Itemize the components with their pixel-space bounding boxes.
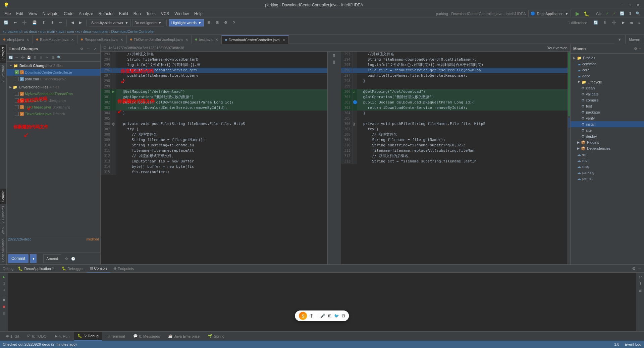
debug-minimize-icon[interactable]: ─ — [638, 266, 641, 271]
lp-refresh-icon[interactable]: 🔄 — [8, 55, 13, 60]
toolbar-settings[interactable]: ⚙ — [222, 19, 229, 27]
commit-button[interactable]: Commit — [8, 254, 29, 263]
maven-add[interactable]: ➕ — [610, 19, 619, 27]
side-tab-web[interactable]: Web — [0, 225, 6, 236]
toolbar-refresh[interactable]: 🔄 — [2, 19, 10, 27]
panel-minus-icon[interactable]: ─ — [86, 46, 91, 52]
unversioned-header[interactable]: ▶ 📁 Unversioned Files 4 files — [7, 84, 100, 90]
maven-validate[interactable]: ⚙ validate — [571, 91, 644, 97]
maven-clean[interactable]: ⚙ clean — [571, 85, 644, 91]
bc-main[interactable]: main — [47, 29, 55, 33]
menu-edit[interactable]: Edit — [13, 11, 26, 17]
debug-layout-icon[interactable]: ⊟ — [1, 310, 7, 316]
file-pom[interactable]: X pom.xml D:\xincheng-proje — [7, 76, 100, 82]
lp-group-icon[interactable]: ⊞ — [50, 55, 56, 60]
maven-hash[interactable]: # — [636, 19, 642, 27]
maven-gear-icon[interactable]: ⚙ — [634, 47, 637, 51]
file-checkbox-test-unversioned[interactable] — [15, 98, 19, 102]
debug-tab-console[interactable]: ▤ Console — [87, 264, 110, 273]
panel-expand-icon[interactable]: ↗ — [92, 46, 98, 52]
maven-lifecycle[interactable]: ▼ 📁 Lifecycle — [571, 79, 644, 85]
diff-next-button[interactable]: ⬇ — [332, 60, 336, 65]
bc-src[interactable]: src — [40, 29, 45, 33]
toolbar-nav-prev[interactable]: ◀ — [69, 19, 76, 27]
debug-step-over-icon[interactable]: ⬆ — [1, 281, 7, 286]
debug-settings-icon[interactable]: ⚙ — [632, 266, 636, 271]
highlight-words-dropdown[interactable]: Highlight words ▼ — [169, 19, 204, 26]
side-tab-bean[interactable]: Bean Validation — [0, 236, 6, 264]
git-check2-button[interactable]: ✓ — [611, 10, 618, 18]
maven-plugins[interactable]: ▶ 📦 Plugins — [571, 139, 644, 145]
tab-maven[interactable]: Maven — [626, 35, 644, 44]
run-config-dropdown[interactable]: 🔵 DecoApplication ▼ — [528, 10, 571, 17]
toolbar-undo[interactable]: ↩ — [12, 19, 19, 27]
btm-tab-terminal[interactable]: ⊞ Terminal — [103, 332, 128, 341]
bc-xc[interactable]: xc — [76, 29, 80, 33]
bc-download[interactable]: DownloadCenterController — [111, 29, 155, 33]
maven-parking[interactable]: ☁ parking — [571, 169, 644, 176]
maven-exec[interactable]: ▶ — [620, 19, 627, 27]
bc-com[interactable]: com — [67, 29, 74, 33]
amend-button[interactable]: Amend — [43, 254, 61, 263]
menu-refactor[interactable]: Refactor — [96, 11, 116, 17]
git-push-button[interactable]: ⬆ — [627, 10, 634, 18]
tab-close-test[interactable]: ✕ — [215, 38, 218, 42]
tab-basemapper[interactable]: BaseMapper.java ✕ — [33, 35, 77, 44]
toolbar-arrow-down[interactable]: ⬇ — [49, 19, 56, 27]
tab-close-tbowner[interactable]: ✕ — [185, 38, 188, 42]
menu-window[interactable]: Window — [172, 11, 192, 17]
git-check-button[interactable]: ✓ — [604, 10, 611, 18]
tab-close-eimpl[interactable]: ✕ — [26, 38, 29, 42]
menu-build[interactable]: Build — [116, 11, 131, 17]
bc-controller[interactable]: controller — [94, 29, 109, 33]
btm-tab-run[interactable]: ▶ 4: Run — [51, 332, 73, 341]
bc-xc-deco[interactable]: xc-deco — [24, 29, 37, 33]
side-tab-commit[interactable]: Commit — [0, 189, 6, 204]
maven-download[interactable]: ⬇ — [601, 19, 608, 27]
menu-file[interactable]: File — [2, 11, 13, 17]
diff-panel-right[interactable]: 293 //并赋值文件名 294 String fileNames=downlo… — [341, 52, 568, 264]
lp-up-icon[interactable]: ⬆ — [32, 55, 38, 60]
lp-edit-icon[interactable]: ✏ — [44, 55, 50, 60]
maven-common[interactable]: ☁ common — [571, 61, 644, 67]
maven-em[interactable]: ☁ em — [571, 151, 644, 157]
btm-tab-debug[interactable]: 🐛 5: Debug — [74, 332, 102, 341]
file-download-controller[interactable]: ✓ J DownloadCenterController.je — [7, 69, 100, 76]
maven-profiles[interactable]: ▶ 📁 Profiles — [571, 55, 644, 61]
toolbar-filter[interactable]: ⊟ — [205, 19, 212, 27]
file-checkbox-pom[interactable] — [15, 77, 19, 81]
commit-settings-icon[interactable]: ⚙ — [64, 256, 69, 261]
menu-code[interactable]: Code — [61, 11, 76, 17]
commit-dropdown-button[interactable]: ▼ — [30, 254, 37, 263]
diff-prev-button[interactable]: ⬆ — [332, 53, 336, 58]
btm-tab-spring[interactable]: 🌱 Spring — [204, 332, 228, 341]
minimize-button[interactable]: ─ — [619, 2, 625, 8]
menu-tools[interactable]: Tools — [144, 11, 158, 17]
toolbar-columns[interactable]: ⊞ — [214, 19, 221, 27]
file-checkbox-testthread[interactable] — [15, 105, 19, 109]
tab-eimpl[interactable]: eImpl.java ✕ — [0, 35, 33, 44]
panel-gear-icon[interactable]: ⚙ — [79, 46, 84, 52]
toolbar-save[interactable]: 💾 — [30, 19, 39, 27]
debug-scroll-icon[interactable]: ⬇ — [638, 281, 643, 286]
debug-wrap-icon[interactable]: ↩ — [638, 274, 643, 279]
commit-clock-icon[interactable]: 🕐 — [70, 256, 76, 261]
lp-move-icon[interactable]: ➕ — [20, 55, 25, 60]
debug-app-label[interactable]: 🐛 DecoApplication ✕ — [18, 266, 54, 271]
menu-vcs[interactable]: VCS — [158, 11, 172, 17]
menu-navigate[interactable]: Navigate — [40, 11, 61, 17]
tab-tbowner[interactable]: TbOwnerJoinServiceImpl.java ✕ — [127, 35, 192, 44]
btm-tab-todo[interactable]: ☑ 6: TODO — [24, 332, 50, 341]
debug-run-icon[interactable]: ▶ — [1, 274, 7, 279]
side-tab-structure[interactable]: 2: Structure — [0, 63, 6, 84]
maven-msg[interactable]: ☁ msg — [571, 163, 644, 169]
bc-java[interactable]: java — [58, 29, 64, 33]
maven-install[interactable]: ⚙ install — [571, 121, 644, 127]
menu-view[interactable]: View — [26, 11, 40, 17]
maven-mdm[interactable]: ☁ mdm — [571, 157, 644, 163]
bc-xc-backend[interactable]: xc-backend — [3, 29, 21, 33]
bc-deco[interactable]: deco — [83, 29, 91, 33]
tab-download[interactable]: DownloadCenterController.java ✕ — [222, 35, 289, 44]
file-ticketseller[interactable]: J TicketSeller.java D:\xinch — [7, 111, 100, 117]
btm-tab-messages[interactable]: 💬 0: Messages — [130, 332, 163, 341]
